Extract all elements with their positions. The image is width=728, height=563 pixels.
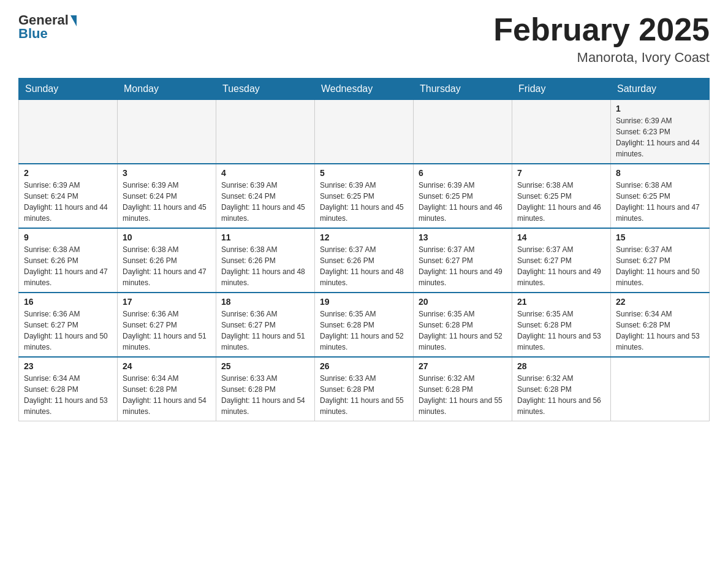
calendar-cell: 19Sunrise: 6:35 AMSunset: 6:28 PMDayligh…: [315, 293, 414, 357]
column-header-sunday: Sunday: [19, 79, 118, 100]
calendar-cell: 24Sunrise: 6:34 AMSunset: 6:28 PMDayligh…: [118, 357, 216, 421]
day-info: Sunrise: 6:33 AMSunset: 6:28 PMDaylight:…: [320, 373, 408, 417]
calendar-cell: 21Sunrise: 6:35 AMSunset: 6:28 PMDayligh…: [512, 293, 611, 357]
day-number: 22: [616, 297, 704, 307]
calendar-cell: 8Sunrise: 6:38 AMSunset: 6:25 PMDaylight…: [611, 164, 710, 228]
calendar-cell: 15Sunrise: 6:37 AMSunset: 6:27 PMDayligh…: [611, 228, 710, 293]
calendar-cell: 1Sunrise: 6:39 AMSunset: 6:23 PMDaylight…: [611, 100, 710, 164]
day-info: Sunrise: 6:37 AMSunset: 6:27 PMDaylight:…: [517, 244, 605, 288]
calendar-cell: [611, 357, 710, 421]
calendar-cell: [19, 100, 118, 164]
day-number: 24: [123, 361, 211, 371]
day-number: 12: [320, 232, 408, 242]
calendar-cell: 25Sunrise: 6:33 AMSunset: 6:28 PMDayligh…: [216, 357, 315, 421]
column-header-saturday: Saturday: [611, 79, 710, 100]
day-number: 6: [419, 168, 507, 178]
month-title: February 2025: [493, 12, 710, 47]
calendar-cell: [512, 100, 611, 164]
calendar-table: SundayMondayTuesdayWednesdayThursdayFrid…: [18, 78, 710, 421]
day-number: 5: [320, 168, 408, 178]
day-number: 16: [24, 297, 112, 307]
calendar-cell: 3Sunrise: 6:39 AMSunset: 6:24 PMDaylight…: [118, 164, 216, 228]
calendar-cell: 26Sunrise: 6:33 AMSunset: 6:28 PMDayligh…: [315, 357, 414, 421]
day-number: 21: [517, 297, 605, 307]
title-area: February 2025 Manorota, Ivory Coast: [493, 12, 710, 66]
day-number: 9: [24, 232, 112, 242]
day-info: Sunrise: 6:39 AMSunset: 6:25 PMDaylight:…: [419, 180, 507, 224]
day-info: Sunrise: 6:36 AMSunset: 6:27 PMDaylight:…: [221, 308, 309, 353]
calendar-cell: [315, 100, 414, 164]
calendar-cell: 12Sunrise: 6:37 AMSunset: 6:26 PMDayligh…: [315, 228, 414, 293]
day-info: Sunrise: 6:37 AMSunset: 6:26 PMDaylight:…: [320, 244, 408, 288]
calendar-cell: [216, 100, 315, 164]
day-info: Sunrise: 6:34 AMSunset: 6:28 PMDaylight:…: [616, 308, 704, 353]
page-header: General Blue February 2025 Manorota, Ivo…: [18, 12, 710, 66]
day-info: Sunrise: 6:34 AMSunset: 6:28 PMDaylight:…: [123, 373, 211, 417]
calendar-cell: 10Sunrise: 6:38 AMSunset: 6:26 PMDayligh…: [118, 228, 216, 293]
calendar-cell: 4Sunrise: 6:39 AMSunset: 6:24 PMDaylight…: [216, 164, 315, 228]
location-subtitle: Manorota, Ivory Coast: [493, 50, 710, 66]
calendar-cell: 7Sunrise: 6:38 AMSunset: 6:25 PMDaylight…: [512, 164, 611, 228]
calendar-cell: 2Sunrise: 6:39 AMSunset: 6:24 PMDaylight…: [19, 164, 118, 228]
day-info: Sunrise: 6:36 AMSunset: 6:27 PMDaylight:…: [123, 308, 211, 353]
day-number: 28: [517, 361, 605, 371]
calendar-week-row: 2Sunrise: 6:39 AMSunset: 6:24 PMDaylight…: [19, 164, 710, 228]
day-number: 23: [24, 361, 112, 371]
day-info: Sunrise: 6:38 AMSunset: 6:25 PMDaylight:…: [616, 180, 704, 224]
day-number: 26: [320, 361, 408, 371]
calendar-cell: 9Sunrise: 6:38 AMSunset: 6:26 PMDaylight…: [19, 228, 118, 293]
day-number: 20: [419, 297, 507, 307]
calendar-cell: 16Sunrise: 6:36 AMSunset: 6:27 PMDayligh…: [19, 293, 118, 357]
day-info: Sunrise: 6:37 AMSunset: 6:27 PMDaylight:…: [419, 244, 507, 288]
day-number: 19: [320, 297, 408, 307]
calendar-cell: 23Sunrise: 6:34 AMSunset: 6:28 PMDayligh…: [19, 357, 118, 421]
logo-arrow-icon: [70, 15, 77, 26]
calendar-cell: 28Sunrise: 6:32 AMSunset: 6:28 PMDayligh…: [512, 357, 611, 421]
calendar-cell: 17Sunrise: 6:36 AMSunset: 6:27 PMDayligh…: [118, 293, 216, 357]
column-header-monday: Monday: [118, 79, 216, 100]
day-number: 13: [419, 232, 507, 242]
day-info: Sunrise: 6:39 AMSunset: 6:23 PMDaylight:…: [616, 115, 704, 159]
day-info: Sunrise: 6:33 AMSunset: 6:28 PMDaylight:…: [221, 373, 309, 417]
day-number: 25: [221, 361, 309, 371]
calendar-cell: [414, 100, 512, 164]
day-number: 14: [517, 232, 605, 242]
column-header-tuesday: Tuesday: [216, 79, 315, 100]
day-number: 1: [616, 104, 704, 113]
column-header-wednesday: Wednesday: [315, 79, 414, 100]
day-number: 3: [123, 168, 211, 178]
day-info: Sunrise: 6:37 AMSunset: 6:27 PMDaylight:…: [616, 244, 704, 288]
day-number: 11: [221, 232, 309, 242]
day-info: Sunrise: 6:39 AMSunset: 6:24 PMDaylight:…: [24, 180, 112, 224]
day-info: Sunrise: 6:38 AMSunset: 6:26 PMDaylight:…: [221, 244, 309, 288]
calendar-header-row: SundayMondayTuesdayWednesdayThursdayFrid…: [19, 79, 710, 100]
day-info: Sunrise: 6:32 AMSunset: 6:28 PMDaylight:…: [419, 373, 507, 417]
calendar-cell: [118, 100, 216, 164]
day-info: Sunrise: 6:35 AMSunset: 6:28 PMDaylight:…: [419, 308, 507, 353]
day-number: 4: [221, 168, 309, 178]
calendar-cell: 22Sunrise: 6:34 AMSunset: 6:28 PMDayligh…: [611, 293, 710, 357]
calendar-week-row: 23Sunrise: 6:34 AMSunset: 6:28 PMDayligh…: [19, 357, 710, 421]
day-number: 7: [517, 168, 605, 178]
calendar-week-row: 16Sunrise: 6:36 AMSunset: 6:27 PMDayligh…: [19, 293, 710, 357]
calendar-cell: 13Sunrise: 6:37 AMSunset: 6:27 PMDayligh…: [414, 228, 512, 293]
day-number: 8: [616, 168, 704, 178]
logo: General Blue: [18, 12, 77, 42]
day-info: Sunrise: 6:38 AMSunset: 6:26 PMDaylight:…: [123, 244, 211, 288]
day-info: Sunrise: 6:38 AMSunset: 6:26 PMDaylight:…: [24, 244, 112, 288]
logo-blue-text: Blue: [18, 26, 48, 42]
day-info: Sunrise: 6:32 AMSunset: 6:28 PMDaylight:…: [517, 373, 605, 417]
calendar-cell: 11Sunrise: 6:38 AMSunset: 6:26 PMDayligh…: [216, 228, 315, 293]
day-info: Sunrise: 6:39 AMSunset: 6:25 PMDaylight:…: [320, 180, 408, 224]
calendar-cell: 20Sunrise: 6:35 AMSunset: 6:28 PMDayligh…: [414, 293, 512, 357]
day-number: 17: [123, 297, 211, 307]
calendar-week-row: 9Sunrise: 6:38 AMSunset: 6:26 PMDaylight…: [19, 228, 710, 293]
calendar-cell: 27Sunrise: 6:32 AMSunset: 6:28 PMDayligh…: [414, 357, 512, 421]
calendar-week-row: 1Sunrise: 6:39 AMSunset: 6:23 PMDaylight…: [19, 100, 710, 164]
calendar-cell: 5Sunrise: 6:39 AMSunset: 6:25 PMDaylight…: [315, 164, 414, 228]
day-info: Sunrise: 6:34 AMSunset: 6:28 PMDaylight:…: [24, 373, 112, 417]
day-number: 27: [419, 361, 507, 371]
day-info: Sunrise: 6:35 AMSunset: 6:28 PMDaylight:…: [320, 308, 408, 353]
day-info: Sunrise: 6:38 AMSunset: 6:25 PMDaylight:…: [517, 180, 605, 224]
day-info: Sunrise: 6:36 AMSunset: 6:27 PMDaylight:…: [24, 308, 112, 353]
